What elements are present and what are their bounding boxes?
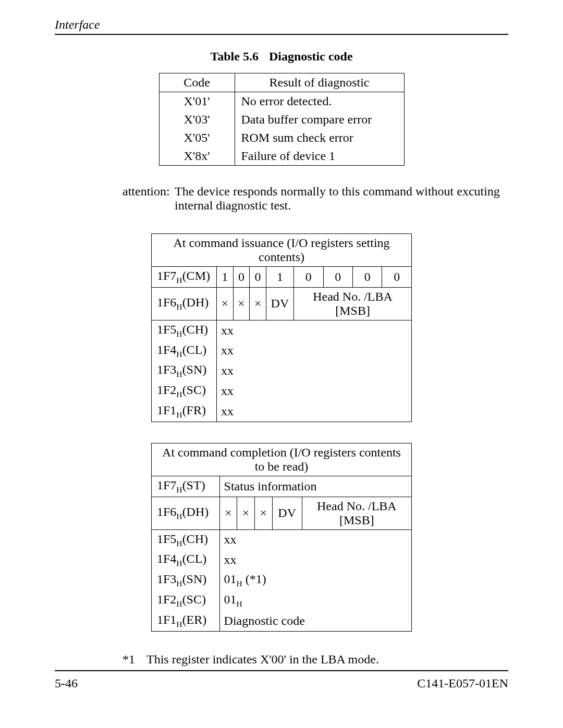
bit-cell: 0: [382, 267, 412, 288]
bit-cell: Head No. /LBA [MSB]: [302, 497, 411, 529]
reg-label: 1F4H(CL): [152, 341, 217, 361]
value-cell: xx: [217, 361, 412, 381]
bit-cell: ×: [237, 497, 255, 529]
result-cell: Failure of device 1: [235, 147, 404, 166]
value-cell: Status information: [219, 476, 411, 497]
reg-label: 1F2H(SC): [152, 381, 217, 401]
table-5-6-caption: Table 5.6 Diagnostic code: [55, 50, 508, 64]
attention-label: attention:: [123, 184, 175, 213]
reg-label: 1F3H(SN): [152, 570, 220, 590]
completion-title: At command completion (I/O registers con…: [152, 443, 412, 476]
bit-cell: ×: [250, 287, 266, 320]
table-row: X'8x' Failure of device 1: [159, 147, 404, 166]
value-cell: Diagnostic code: [219, 611, 411, 631]
reg-label: 1F3H(SN): [152, 361, 217, 381]
value-cell: xx: [217, 401, 412, 422]
bit-cell: ×: [217, 287, 234, 320]
running-header: Interface: [55, 18, 508, 35]
table-row: 1F5H(CH) xx: [152, 320, 412, 340]
table-row: X'05' ROM sum check error: [159, 129, 404, 147]
bit-cell: 0: [250, 267, 266, 288]
table-row: 1F4H(CL) xx: [152, 341, 412, 361]
reg-label: 1F1H(ER): [152, 611, 220, 631]
reg-label: 1F6H(DH): [152, 287, 217, 320]
col-code: Code: [159, 73, 235, 92]
table-row: X'01' No error detected.: [159, 92, 404, 111]
value-cell: 01H: [219, 590, 411, 611]
attention-text: The device responds normally to this com…: [175, 184, 508, 213]
table-row: 1F7H(ST) Status information: [152, 476, 412, 497]
table-row: 1F7H(CM) 1 0 0 1 0 0 0 0: [152, 267, 412, 288]
bit-cell: 1: [266, 267, 293, 288]
attention-note: attention: The device responds normally …: [123, 184, 508, 213]
bit-cell: 0: [323, 267, 352, 288]
issuance-register-table: At command issuance (I/O registers setti…: [151, 233, 412, 422]
reg-label: 1F6H(DH): [152, 497, 220, 529]
result-cell: Data buffer compare error: [235, 110, 404, 129]
table-row: 1F2H(SC) xx: [152, 381, 412, 401]
value-cell: xx: [217, 341, 412, 361]
code-cell: X'01': [159, 92, 235, 111]
bit-cell: 1: [217, 267, 234, 288]
footnote: *1 This register indicates X'00' in the …: [123, 652, 508, 667]
table-row: 1F5H(CH) xx: [152, 529, 412, 550]
table-row: 1F2H(SC) 01H: [152, 590, 412, 611]
caption-number: Table 5.6: [210, 50, 258, 63]
value-cell: 01H (*1): [219, 570, 411, 590]
col-result: Result of diagnostic: [235, 73, 404, 92]
table-row: 1F3H(SN) 01H (*1): [152, 570, 412, 590]
bit-cell: 0: [233, 267, 250, 288]
code-cell: X'03': [159, 110, 235, 129]
reg-label: 1F1H(FR): [152, 401, 217, 422]
value-cell: xx: [219, 550, 411, 570]
result-cell: ROM sum check error: [235, 129, 404, 147]
table-row: X'03' Data buffer compare error: [159, 110, 404, 129]
reg-label: 1F7H(CM): [152, 267, 217, 288]
value-cell: xx: [217, 320, 412, 340]
reg-label: 1F4H(CL): [152, 550, 220, 570]
table-row: 1F1H(ER) Diagnostic code: [152, 611, 412, 631]
table-row: 1F6H(DH) × × × DV Head No. /LBA [MSB]: [152, 497, 412, 529]
document-id: C141-E057-01EN: [417, 676, 508, 690]
code-cell: X'05': [159, 129, 235, 147]
code-cell: X'8x': [159, 147, 235, 166]
bit-cell: 0: [352, 267, 382, 288]
footnote-label: *1: [123, 652, 146, 667]
page-number: 5-46: [55, 676, 78, 690]
page-footer: 5-46 C141-E057-01EN: [55, 670, 508, 690]
table-row: 1F4H(CL) xx: [152, 550, 412, 570]
issuance-title: At command issuance (I/O registers setti…: [152, 234, 412, 267]
bit-cell: DV: [266, 287, 293, 320]
bit-cell: ×: [219, 497, 237, 529]
reg-label: 1F7H(ST): [152, 476, 220, 497]
reg-label: 1F5H(CH): [152, 529, 220, 550]
bit-cell: 0: [294, 267, 323, 288]
result-cell: No error detected.: [235, 92, 404, 111]
completion-register-table: At command completion (I/O registers con…: [151, 443, 412, 632]
table-row: 1F6H(DH) × × × DV Head No. /LBA [MSB]: [152, 287, 412, 320]
reg-label: 1F5H(CH): [152, 320, 217, 340]
caption-title: Diagnostic code: [269, 50, 353, 63]
bit-cell: DV: [272, 497, 302, 529]
value-cell: xx: [219, 529, 411, 550]
value-cell: xx: [217, 381, 412, 401]
table-row: 1F1H(FR) xx: [152, 401, 412, 422]
bit-cell: ×: [254, 497, 272, 529]
bit-cell: Head No. /LBA [MSB]: [294, 287, 412, 320]
diagnostic-code-table: Code Result of diagnostic X'01' No error…: [159, 73, 405, 166]
footnote-text: This register indicates X'00' in the LBA…: [146, 652, 379, 667]
bit-cell: ×: [233, 287, 250, 320]
reg-label: 1F2H(SC): [152, 590, 220, 611]
table-row: 1F3H(SN) xx: [152, 361, 412, 381]
